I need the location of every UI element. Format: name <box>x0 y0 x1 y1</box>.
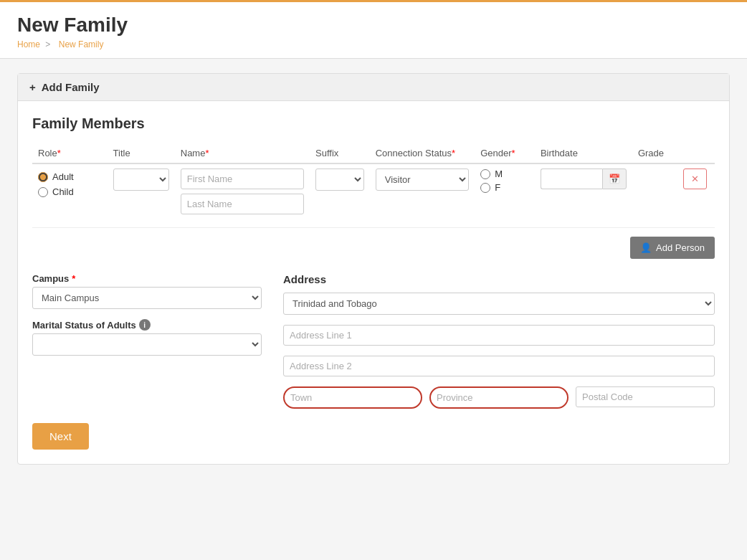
col-name: Name* <box>175 143 310 163</box>
col-title: Title <box>108 143 175 163</box>
gender-cell: M F <box>475 163 535 219</box>
address-row <box>283 386 715 409</box>
first-name-input[interactable] <box>181 169 304 189</box>
grade-cell <box>632 163 677 219</box>
address-section: Address Trinidad and Tobago United State… <box>283 273 715 409</box>
country-group: Trinidad and Tobago United States Canada <box>283 293 715 315</box>
gender-f-text: F <box>495 182 500 193</box>
top-bar: New Family Home > New Family <box>0 0 747 59</box>
province-group <box>429 386 568 409</box>
col-birthdate: Birthdate <box>535 143 632 163</box>
marital-status-label: Marital Status of Adults i <box>32 319 262 331</box>
gender-f-label[interactable]: F <box>480 182 529 193</box>
birthdate-cell: 📅 <box>535 163 632 219</box>
town-group <box>283 386 422 409</box>
delete-row-button[interactable]: ✕ <box>683 169 707 189</box>
connection-status-cell: Visitor Member Regular Attender <box>370 163 475 219</box>
person-icon: 👤 <box>640 242 652 253</box>
page-title: New Family <box>17 14 730 37</box>
breadcrumb-current: New Family <box>59 39 104 49</box>
town-input[interactable] <box>283 386 422 409</box>
breadcrumb-home[interactable]: Home <box>17 39 40 49</box>
title-cell: Mr. Mrs. Ms. Dr. <box>108 163 175 219</box>
adult-radio-label[interactable]: Adult <box>38 171 102 182</box>
address-line1-group <box>283 325 715 346</box>
title-select[interactable]: Mr. Mrs. Ms. Dr. <box>113 169 169 191</box>
card-header: + Add Family <box>18 74 729 101</box>
breadcrumb: Home > New Family <box>17 39 730 49</box>
delete-cell: ✕ <box>677 163 715 219</box>
campus-select[interactable]: Main Campus <box>32 287 262 309</box>
postal-code-group <box>576 386 715 409</box>
info-icon[interactable]: i <box>139 319 151 331</box>
card-header-label: Add Family <box>42 81 100 93</box>
col-grade: Grade <box>632 143 677 163</box>
adult-label: Adult <box>52 171 74 182</box>
left-section: Campus* Main Campus Marital Status of Ad… <box>32 273 262 409</box>
child-label: Child <box>52 186 74 197</box>
add-family-card: + Add Family Family Members Role* Title … <box>17 73 730 465</box>
role-cell: Adult Child <box>32 163 108 219</box>
campus-label: Campus* <box>32 273 262 284</box>
family-members-title: Family Members <box>32 115 715 132</box>
table-row: Adult Child Mr. <box>32 163 715 219</box>
col-suffix: Suffix <box>310 143 370 163</box>
campus-group: Campus* Main Campus <box>32 273 262 309</box>
family-members-table: Role* Title Name* Suffix Connection Stat… <box>32 143 715 219</box>
adult-radio[interactable] <box>38 172 48 182</box>
suffix-cell: Jr. Sr. II III <box>310 163 370 219</box>
gender-m-radio[interactable] <box>480 169 490 179</box>
gender-m-label[interactable]: M <box>480 169 529 179</box>
add-person-button[interactable]: 👤 Add Person <box>630 237 715 259</box>
col-role: Role* <box>32 143 108 163</box>
col-action <box>677 143 715 163</box>
gender-f-radio[interactable] <box>480 183 490 193</box>
gender-m-text: M <box>495 169 503 179</box>
birthdate-input[interactable] <box>541 169 602 189</box>
col-connection-status: Connection Status* <box>370 143 475 163</box>
postal-code-input[interactable] <box>576 386 715 407</box>
add-person-label: Add Person <box>656 242 705 253</box>
marital-status-group: Marital Status of Adults i Married Singl… <box>32 319 262 356</box>
marital-status-select[interactable]: Married Single Divorced Widowed <box>32 333 262 356</box>
connection-status-select[interactable]: Visitor Member Regular Attender <box>376 169 469 191</box>
address-line2-input[interactable] <box>283 356 715 376</box>
next-button[interactable]: Next <box>32 423 89 450</box>
address-label: Address <box>283 273 715 285</box>
col-gender: Gender* <box>475 143 535 163</box>
name-cell <box>175 163 310 219</box>
child-radio-label[interactable]: Child <box>38 186 102 197</box>
suffix-select[interactable]: Jr. Sr. II III <box>315 169 364 191</box>
country-select[interactable]: Trinidad and Tobago United States Canada <box>283 293 715 315</box>
child-radio[interactable] <box>38 187 48 197</box>
address-line2-group <box>283 356 715 376</box>
last-name-input[interactable] <box>181 194 304 214</box>
province-input[interactable] <box>429 386 568 409</box>
plus-icon: + <box>29 81 36 93</box>
calendar-button[interactable]: 📅 <box>602 169 627 189</box>
breadcrumb-separator: > <box>45 39 50 49</box>
address-line1-input[interactable] <box>283 325 715 346</box>
